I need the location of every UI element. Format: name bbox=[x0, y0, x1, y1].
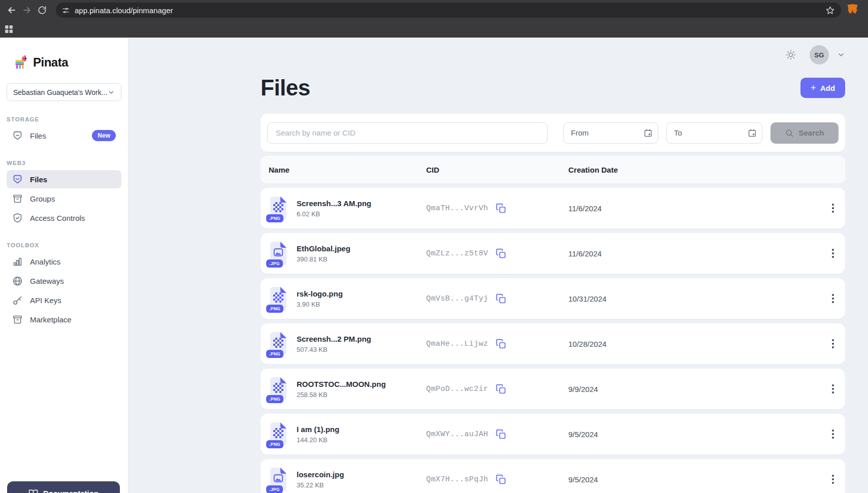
back-icon bbox=[7, 5, 17, 15]
table-row[interactable]: .JPG losercoin.jpg 35.22 KB QmX7H...sPqJ… bbox=[261, 459, 845, 493]
column-cid: CID bbox=[426, 166, 568, 174]
file-cid: QmVsB...g4Tyj bbox=[426, 294, 488, 303]
file-creation-date: 10/28/2024 bbox=[568, 340, 815, 348]
row-actions-button[interactable] bbox=[829, 201, 837, 216]
row-actions-button[interactable] bbox=[829, 336, 837, 351]
file-name: rsk-logo.png bbox=[297, 289, 343, 298]
row-actions-button[interactable] bbox=[829, 472, 837, 487]
copy-cid-button[interactable] bbox=[495, 428, 507, 441]
checker-pattern bbox=[273, 383, 283, 393]
workspace-selector[interactable]: Sebastian Guaqueta's Work... bbox=[7, 83, 121, 101]
key-icon bbox=[12, 295, 23, 306]
brand-name: Pinata bbox=[33, 55, 68, 70]
table-header: Name CID Creation Date bbox=[261, 156, 845, 183]
copy-cid-button[interactable] bbox=[495, 383, 507, 396]
url-text: app.pinata.cloud/pinmanager bbox=[75, 6, 825, 15]
column-name: Name bbox=[269, 166, 426, 174]
table-row[interactable]: .PNG I am (1).png 144.20 KB QmXWY...auJA… bbox=[261, 414, 845, 454]
date-from-input[interactable] bbox=[563, 122, 658, 144]
chevron-down-icon bbox=[837, 51, 845, 59]
apps-grid-button[interactable] bbox=[5, 25, 13, 34]
file-cid: QmaHe...Lijwz bbox=[426, 340, 488, 348]
avatar[interactable]: SG bbox=[810, 45, 829, 64]
file-type-icon: .PNG bbox=[269, 195, 288, 221]
checker-pattern bbox=[273, 338, 283, 348]
file-creation-date: 9/9/2024 bbox=[568, 385, 815, 393]
table-row[interactable]: .JPG EthGlobal.jpeg 390.81 KB QmZLz...z5… bbox=[261, 233, 845, 274]
file-extension-badge: .PNG bbox=[266, 214, 283, 222]
file-cid: QmZLz...z5t8V bbox=[426, 249, 488, 258]
file-extension-badge: .JPG bbox=[266, 259, 283, 268]
copy-cid-button[interactable] bbox=[495, 473, 507, 486]
pin-files-icon bbox=[12, 174, 23, 185]
copy-icon bbox=[496, 384, 506, 395]
file-size: 6.02 KB bbox=[297, 210, 371, 218]
sidebar-item-access-controls[interactable]: Access Controls bbox=[7, 209, 121, 227]
column-creation-date: Creation Date bbox=[568, 166, 815, 174]
table-row[interactable]: .PNG Screensh...2 PM.png 507.43 KB QmaHe… bbox=[261, 323, 845, 364]
metamask-extension-icon[interactable] bbox=[846, 3, 859, 17]
photo-glyph bbox=[274, 248, 283, 256]
browser-toolbar: app.pinata.cloud/pinmanager bbox=[0, 0, 868, 20]
plus-icon: + bbox=[811, 83, 816, 92]
file-size: 507.43 KB bbox=[297, 346, 371, 353]
file-name: EthGlobal.jpeg bbox=[297, 244, 350, 253]
section-toolbox: TOOLBOX bbox=[7, 242, 128, 248]
file-name: I am (1).png bbox=[297, 425, 339, 434]
table-row[interactable]: .PNG ROOTSTOC...MOON.png 258.58 KB QmPoD… bbox=[261, 369, 845, 409]
bar-chart-icon bbox=[12, 256, 23, 267]
reload-button[interactable] bbox=[35, 3, 50, 18]
add-button[interactable]: + Add bbox=[800, 78, 845, 98]
copy-cid-button[interactable] bbox=[495, 338, 507, 350]
row-actions-button[interactable] bbox=[829, 426, 837, 442]
copy-cid-button[interactable] bbox=[495, 202, 507, 215]
sidebar-item-gateways[interactable]: Gateways bbox=[7, 272, 121, 290]
sidebar-item-marketplace[interactable]: Marketplace bbox=[7, 310, 121, 328]
copy-icon bbox=[496, 474, 506, 485]
file-size: 390.81 KB bbox=[297, 255, 350, 263]
file-type-icon: .PNG bbox=[269, 286, 288, 311]
pinata-logo[interactable]: Pinata bbox=[13, 55, 128, 70]
row-actions-button[interactable] bbox=[829, 291, 837, 306]
search-button[interactable]: Search bbox=[770, 122, 839, 144]
file-creation-date: 9/5/2024 bbox=[568, 475, 815, 484]
table-row[interactable]: .PNG Screensh...3 AM.png 6.02 KB QmaTH..… bbox=[261, 188, 845, 228]
file-type-icon: .JPG bbox=[269, 467, 288, 492]
search-button-label: Search bbox=[798, 128, 824, 137]
row-actions-button[interactable] bbox=[829, 381, 837, 397]
file-cid: QmaTH...VvrVh bbox=[426, 204, 488, 213]
url-bar[interactable]: app.pinata.cloud/pinmanager bbox=[56, 3, 841, 18]
book-icon bbox=[28, 488, 38, 493]
back-button[interactable] bbox=[4, 3, 19, 18]
add-button-label: Add bbox=[820, 84, 835, 92]
file-name: Screensh...2 PM.png bbox=[297, 335, 371, 343]
copy-cid-button[interactable] bbox=[495, 247, 507, 260]
date-to-input[interactable] bbox=[666, 122, 762, 144]
sidebar-item-web3-files[interactable]: Files bbox=[7, 170, 121, 188]
bookmark-star-icon[interactable] bbox=[825, 6, 835, 15]
sidebar-item-analytics[interactable]: Analytics bbox=[7, 252, 121, 271]
account-menu-button[interactable] bbox=[837, 51, 845, 59]
documentation-button[interactable]: Documentation bbox=[7, 481, 120, 493]
sidebar-item-label: Files bbox=[30, 132, 46, 140]
groups-box-icon bbox=[12, 193, 23, 204]
file-creation-date: 11/6/2024 bbox=[568, 249, 815, 258]
sidebar-item-label: Marketplace bbox=[30, 315, 72, 324]
table-row[interactable]: .PNG rsk-logo.png 3.90 KB QmVsB...g4Tyj … bbox=[261, 278, 845, 319]
chevron-down-icon bbox=[108, 89, 115, 96]
sidebar-item-groups[interactable]: Groups bbox=[7, 189, 121, 208]
search-input[interactable] bbox=[267, 122, 548, 144]
forward-button[interactable] bbox=[19, 3, 35, 18]
bookmarks-bar bbox=[0, 20, 868, 38]
file-extension-badge: .PNG bbox=[266, 440, 283, 448]
copy-cid-button[interactable] bbox=[495, 292, 507, 305]
sidebar-item-storage-files[interactable]: Files New bbox=[7, 126, 121, 145]
account-topbar: SG bbox=[261, 38, 845, 65]
date-from-field bbox=[563, 122, 658, 144]
site-settings-icon[interactable] bbox=[62, 7, 70, 14]
file-extension-badge: .PNG bbox=[266, 395, 283, 403]
theme-toggle-button[interactable] bbox=[785, 49, 796, 60]
sidebar-item-api-keys[interactable]: API Keys bbox=[7, 291, 121, 309]
file-type-icon: .PNG bbox=[269, 421, 288, 447]
row-actions-button[interactable] bbox=[829, 246, 837, 261]
